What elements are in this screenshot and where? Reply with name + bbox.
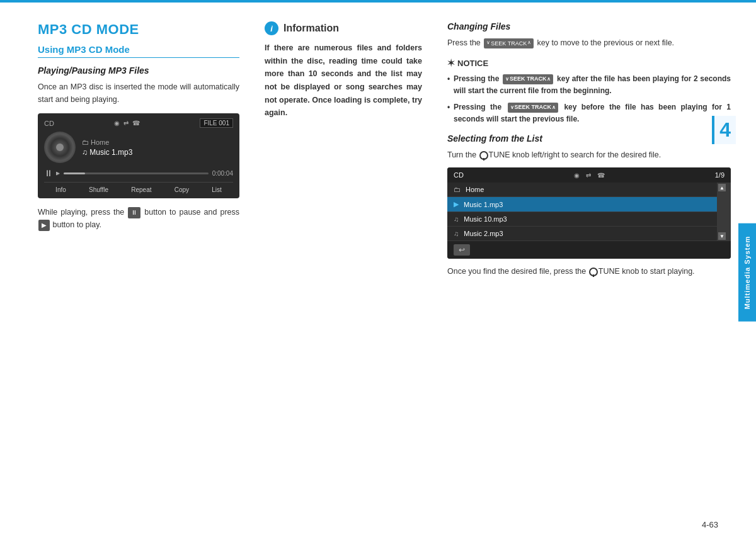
cd-track-info: 🗀 Home ♫ Music 1.mp3 bbox=[82, 138, 233, 157]
notice-header: ✶ NOTICE bbox=[447, 58, 731, 68]
cd-list-item-1[interactable]: ▶ Music 1.mp3 bbox=[447, 197, 717, 212]
page-title: MP3 CD MODE bbox=[38, 21, 239, 38]
cd-list-page: 1/9 bbox=[715, 171, 724, 179]
cd-icon-usb: ⇄ bbox=[123, 120, 129, 127]
song-name-3: Music 2.mp3 bbox=[464, 230, 503, 237]
selecting-title: Selecting from the List bbox=[447, 133, 731, 144]
scroll-down-btn[interactable]: ▼ bbox=[718, 232, 726, 240]
cd-list-icon-circle: ◉ bbox=[574, 172, 580, 179]
notice-label: NOTICE bbox=[457, 59, 488, 68]
song-name-2: Music 10.mp3 bbox=[464, 215, 507, 223]
info-body: If there are numerous files and folders … bbox=[265, 42, 422, 120]
cd-list-bottom-bar: ↩ bbox=[447, 241, 731, 259]
cd-btn-repeat[interactable]: Repeat bbox=[131, 186, 151, 193]
seek-track-btn: ∨ SEEK TRACK ∧ bbox=[484, 38, 534, 48]
side-tab: Multimedia System bbox=[738, 223, 756, 322]
cd-song-name: ♫ Music 1.mp3 bbox=[82, 148, 233, 157]
cd-list-mockup: CD ◉ ⇄ ☎ 1/9 🗀 Home ▶ Music 1.mp3 bbox=[447, 167, 731, 259]
side-tab-text: Multimedia System bbox=[743, 235, 751, 309]
scroll-up-btn[interactable]: ▲ bbox=[718, 184, 726, 191]
cd-list-content: 🗀 Home ▶ Music 1.mp3 ♫ Music 10.mp3 ♫ Mu… bbox=[447, 183, 731, 241]
cd-time: 0:00:04 bbox=[212, 170, 233, 177]
cd-buttons-row: Info Shuffle Repeat Copy List bbox=[44, 182, 233, 193]
seek-btn-notice-2: ∨ SEEK TRACK ∧ bbox=[508, 103, 559, 113]
cd-list-scrollbar: ▲ ▼ bbox=[717, 183, 731, 241]
cd-list-top-bar: CD ◉ ⇄ ☎ 1/9 bbox=[447, 167, 731, 183]
page-number: 4-63 bbox=[702, 520, 718, 529]
info-icon: i bbox=[265, 21, 278, 35]
playing-pausing-title: Playing/Pausing MP3 Files bbox=[38, 65, 239, 76]
info-title: Information bbox=[284, 23, 339, 34]
cd-progress-bar bbox=[64, 172, 209, 174]
folder-name: Home bbox=[466, 186, 484, 193]
cd-list-label: CD bbox=[454, 171, 464, 179]
mid-column: i Information If there are numerous file… bbox=[252, 21, 435, 529]
pause-play-text: While playing, press the ⏸ button to pau… bbox=[38, 206, 239, 231]
cd-disc-art bbox=[44, 132, 76, 163]
section-title: Using MP3 CD Mode bbox=[38, 44, 239, 58]
cd-list-folder-home: 🗀 Home bbox=[447, 183, 717, 197]
cd-progress-fill bbox=[64, 172, 85, 174]
pause-button-inline: ⏸ bbox=[128, 207, 140, 218]
left-column: MP3 CD MODE Using MP3 CD Mode Playing/Pa… bbox=[38, 21, 252, 529]
play-button-inline: ▶ bbox=[38, 220, 50, 231]
cd-list-items-area: 🗀 Home ▶ Music 1.mp3 ♫ Music 10.mp3 ♫ Mu… bbox=[447, 183, 717, 241]
playing-pausing-body: Once an MP3 disc is inserted the mode wi… bbox=[38, 81, 239, 106]
play-icon-active: ▶ bbox=[454, 200, 459, 208]
changing-files-text: Press the ∨ SEEK TRACK ∧ key to move to … bbox=[447, 37, 731, 49]
notice-item-2: Pressing the ∨ SEEK TRACK ∧ key before t… bbox=[447, 101, 731, 125]
info-box: i Information If there are numerous file… bbox=[265, 21, 422, 120]
cd-player-mockup: CD ◉ ⇄ ☎ FILE 001 🗀 Home ♫ Music 1.mp3 ⏸… bbox=[38, 113, 239, 198]
tune-knob-icon-2 bbox=[589, 268, 598, 276]
notice-box: ✶ NOTICE Pressing the ∨ SEEK TRACK ∧ key… bbox=[447, 58, 731, 125]
music-icon-2: ♫ bbox=[454, 215, 459, 223]
cd-list-icon-phone: ☎ bbox=[597, 172, 605, 179]
cd-label: CD bbox=[44, 120, 54, 127]
music-icon-3: ♫ bbox=[454, 230, 459, 237]
cd-btn-info[interactable]: Info bbox=[55, 186, 66, 193]
chapter-number: 4 bbox=[712, 116, 736, 144]
cd-list-item-2[interactable]: ♫ Music 10.mp3 bbox=[447, 212, 717, 227]
seek-btn-notice-1: ∨ SEEK TRACK ∧ bbox=[503, 74, 554, 84]
cd-btn-list[interactable]: List bbox=[212, 186, 222, 193]
file-indicator: FILE 001 bbox=[200, 118, 233, 128]
song-name-1: Music 1.mp3 bbox=[464, 201, 503, 208]
tune-knob-icon bbox=[479, 151, 488, 160]
notice-list: Pressing the ∨ SEEK TRACK ∧ key after th… bbox=[447, 73, 731, 125]
notice-item-1: Pressing the ∨ SEEK TRACK ∧ key after th… bbox=[447, 73, 731, 96]
cd-icon-phone: ☎ bbox=[132, 120, 140, 127]
cd-btn-shuffle[interactable]: Shuffle bbox=[89, 186, 108, 193]
cd-list-icon-usb: ⇄ bbox=[586, 172, 591, 179]
cd-progress-row: ⏸ ▶ 0:00:04 bbox=[44, 168, 233, 178]
folder-icon: 🗀 bbox=[454, 186, 461, 193]
cd-list-item-3[interactable]: ♫ Music 2.mp3 bbox=[447, 227, 717, 241]
info-header: i Information bbox=[265, 21, 422, 35]
changing-files-title: Changing Files bbox=[447, 21, 731, 31]
selecting-text: Turn the TUNE knob left/right to search … bbox=[447, 149, 731, 161]
cd-play-pause-btn[interactable]: ⏸ ▶ bbox=[44, 168, 60, 178]
cd-icon-circle: ◉ bbox=[114, 120, 120, 127]
cd-btn-copy[interactable]: Copy bbox=[175, 186, 189, 193]
cd-folder-name: 🗀 Home bbox=[82, 138, 233, 146]
cd-icons: ◉ ⇄ ☎ bbox=[114, 120, 140, 127]
notice-star-icon: ✶ bbox=[447, 58, 455, 68]
back-button[interactable]: ↩ bbox=[454, 244, 470, 256]
right-column: Changing Files Press the ∨ SEEK TRACK ∧ … bbox=[435, 21, 731, 529]
selecting-bottom-text: Once you find the desired file, press th… bbox=[447, 265, 731, 278]
